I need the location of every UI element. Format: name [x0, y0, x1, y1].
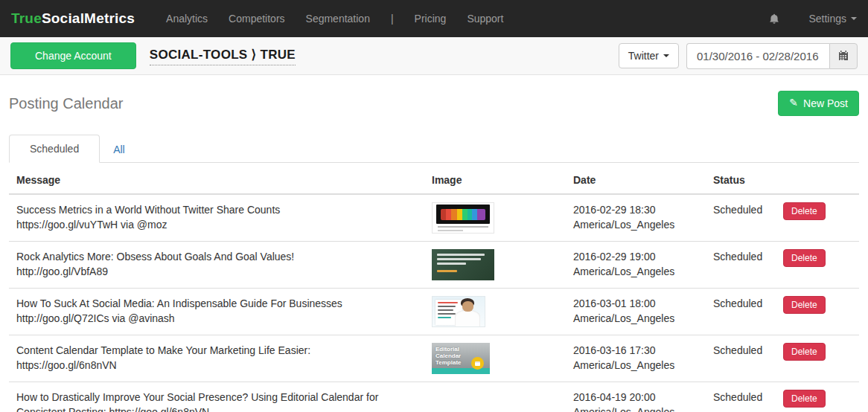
post-timezone: America/Los_Angeles — [573, 217, 698, 232]
brand-logo[interactable]: TrueSocialMetrics — [11, 10, 135, 27]
post-thumbnail-person — [432, 296, 485, 327]
nav-item-pricing[interactable]: Pricing — [404, 13, 457, 25]
table-row: How To Suck At Social Media: An Indispen… — [9, 289, 859, 335]
calendar-icon — [837, 50, 849, 62]
post-message: How to Drastically Improve Your Social P… — [9, 382, 424, 412]
pencil-icon: ✎ — [789, 97, 798, 109]
post-thumbnail-quote — [432, 249, 494, 280]
post-actions: Delete — [776, 194, 859, 242]
primary-nav: Analytics Competitors Segmentation | Pri… — [156, 13, 514, 25]
network-dropdown-label: Twitter — [628, 50, 659, 62]
bell-icon — [768, 13, 780, 25]
post-message: Content Calendar Template to Make Your M… — [9, 335, 424, 382]
post-date: 2016-02-29 18:30 America/Los_Angeles — [566, 194, 706, 242]
nav-item-analytics[interactable]: Analytics — [156, 13, 218, 25]
notifications-button[interactable] — [768, 13, 780, 25]
tab-all[interactable]: All — [100, 136, 138, 163]
calendar-badge-icon — [471, 357, 484, 370]
delete-button[interactable]: Delete — [783, 202, 826, 220]
delete-button[interactable]: Delete — [783, 249, 826, 267]
page-title: Posting Calendar — [9, 95, 123, 112]
post-timezone: America/Los_Angeles — [573, 264, 698, 279]
breadcrumb[interactable]: SOCIAL-TOOLS ⟩ TRUE — [150, 47, 296, 65]
post-status: Scheduled — [706, 335, 776, 382]
post-thumbnail-editorial-calendar: Editorial Calendar Template — [432, 343, 490, 374]
column-header-date: Date — [566, 167, 706, 194]
network-dropdown[interactable]: Twitter — [619, 43, 679, 68]
delete-button[interactable]: Delete — [783, 390, 826, 408]
post-timezone: America/Los_Angeles — [573, 358, 698, 373]
post-image-cell: Editorial Calendar Template — [424, 335, 566, 382]
table-row: Success Metrics in a World Without Twitt… — [9, 194, 859, 242]
post-actions: Delete — [776, 289, 859, 335]
post-date-time: 2016-03-16 17:30 — [573, 343, 698, 358]
post-date-time: 2016-03-01 18:00 — [573, 296, 698, 311]
navbar-right: Settings — [768, 13, 857, 25]
main-content: Posting Calendar ✎ New Post Scheduled Al… — [0, 91, 868, 412]
column-header-image: Image — [424, 167, 566, 194]
post-status: Scheduled — [706, 242, 776, 289]
account-bar-right: Twitter — [619, 43, 858, 69]
nav-item-segmentation[interactable]: Segmentation — [296, 13, 380, 25]
post-timezone: America/Los_Angeles — [573, 311, 698, 326]
table-row: Content Calendar Template to Make Your M… — [9, 335, 859, 382]
post-date: 2016-02-29 19:00 America/Los_Angeles — [566, 242, 706, 289]
post-date: 2016-04-19 20:00 America/Los_Angeles — [566, 382, 706, 412]
table-row: How to Drastically Improve Your Social P… — [9, 382, 859, 412]
post-status: Scheduled — [706, 289, 776, 335]
new-post-label: New Post — [803, 97, 848, 109]
post-image-cell — [424, 382, 566, 412]
post-message: Rock Analytics More: Obsess About Goals … — [9, 242, 424, 289]
column-header-actions — [776, 167, 859, 194]
column-header-status: Status — [706, 167, 776, 194]
post-date-time: 2016-04-19 20:00 — [573, 390, 698, 405]
post-date: 2016-03-01 18:00 America/Los_Angeles — [566, 289, 706, 335]
post-actions: Delete — [776, 242, 859, 289]
tab-scheduled[interactable]: Scheduled — [9, 135, 100, 163]
account-bar: Change Account SOCIAL-TOOLS ⟩ TRUE Twitt… — [0, 37, 868, 75]
post-date-time: 2016-02-29 18:30 — [573, 202, 698, 217]
title-row: Posting Calendar ✎ New Post — [9, 91, 859, 116]
post-image-cell — [424, 242, 566, 289]
post-date: 2016-03-16 17:30 America/Los_Angeles — [566, 335, 706, 382]
post-actions: Delete — [776, 382, 859, 412]
post-timezone: America/Los_Angeles — [573, 405, 698, 412]
change-account-button[interactable]: Change Account — [10, 42, 136, 69]
scheduled-posts-table: Message Image Date Status Success Metric… — [9, 167, 859, 412]
settings-menu[interactable]: Settings — [808, 13, 857, 25]
post-message: How To Suck At Social Media: An Indispen… — [9, 289, 424, 335]
post-thumbnail-rainbow-blocks — [432, 202, 494, 234]
post-image-cell — [424, 194, 566, 242]
settings-label: Settings — [808, 13, 846, 25]
date-range-input[interactable] — [686, 43, 829, 69]
post-status: Scheduled — [706, 194, 776, 242]
post-status: Scheduled — [706, 382, 776, 412]
date-range-group — [686, 43, 858, 69]
chevron-down-icon — [851, 17, 857, 20]
nav-item-competitors[interactable]: Competitors — [218, 13, 295, 25]
post-message: Success Metrics in a World Without Twitt… — [9, 194, 424, 242]
brand-logo-rest: SocialMetrics — [42, 10, 135, 26]
new-post-button[interactable]: ✎ New Post — [778, 91, 859, 116]
brand-logo-true: True — [11, 10, 42, 26]
delete-button[interactable]: Delete — [783, 343, 826, 361]
column-header-message: Message — [9, 167, 424, 194]
table-row: Rock Analytics More: Obsess About Goals … — [9, 242, 859, 289]
nav-item-support[interactable]: Support — [456, 13, 514, 25]
chevron-down-icon — [663, 54, 669, 57]
top-navbar: TrueSocialMetrics Analytics Competitors … — [0, 0, 868, 37]
posting-tabs: Scheduled All — [9, 135, 859, 163]
post-image-cell — [424, 289, 566, 335]
table-header-row: Message Image Date Status — [9, 167, 859, 194]
delete-button[interactable]: Delete — [783, 296, 826, 314]
post-date-time: 2016-02-29 19:00 — [573, 249, 698, 264]
calendar-picker-button[interactable] — [829, 43, 858, 69]
post-actions: Delete — [776, 335, 859, 382]
nav-divider: | — [380, 13, 404, 25]
